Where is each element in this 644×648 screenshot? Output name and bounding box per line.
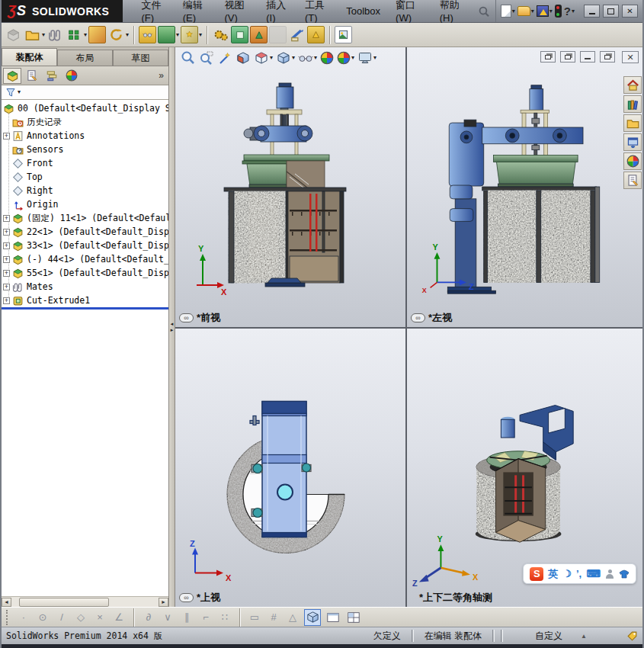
relation-pattern-button[interactable]: ∷ (217, 611, 232, 623)
expand-icon[interactable]: + (3, 133, 10, 140)
sketch-trim-button[interactable]: × (92, 611, 107, 623)
custom-toolbar-button[interactable]: 自定义 (527, 630, 570, 643)
custom-properties-button[interactable] (623, 172, 642, 189)
tree-item-right-plane[interactable]: Right (2, 184, 168, 197)
viewport-horizontal-splitter[interactable] (175, 327, 642, 329)
tree-item-annotations[interactable]: + Annotations (2, 129, 168, 143)
expand-icon[interactable]: + (3, 297, 10, 304)
tree-item-history[interactable]: 历史记录 (2, 115, 168, 129)
search-icon[interactable] (477, 4, 491, 19)
sketch-line-button[interactable]: / (54, 611, 69, 623)
configurationmanager-tab-button[interactable] (43, 68, 61, 84)
tree-item-mates[interactable]: + Mates (2, 280, 168, 294)
menu-edit[interactable]: 编辑(E) (175, 0, 217, 22)
scrollbar-thumb[interactable] (19, 598, 109, 607)
expand-icon[interactable]: + (3, 270, 10, 277)
displaymanager-tab-button[interactable] (62, 68, 81, 84)
file-explorer-button[interactable] (623, 114, 642, 132)
tree-item-front-plane[interactable]: Front (2, 156, 168, 170)
insert-component-button[interactable] (5, 26, 22, 43)
sketch-angle-button[interactable]: ∠ (111, 611, 127, 623)
doc-restore-button[interactable] (600, 51, 615, 63)
tree-item-cut-extrude[interactable]: + Cut-Extrude1 (2, 294, 168, 306)
move-component-button[interactable]: ▾ (107, 26, 129, 43)
view-settings-button[interactable]: ▾ (357, 50, 377, 66)
hide-show-items-button[interactable]: ▾ (297, 50, 318, 66)
ime-fullhalf-icon[interactable]: ☽ (562, 568, 572, 579)
ime-keyboard-icon[interactable]: ⌨ (586, 568, 601, 579)
single-viewport-button[interactable] (325, 609, 341, 626)
linear-pattern-button[interactable]: ▾ (66, 26, 87, 43)
measure-button[interactable] (288, 26, 306, 43)
tree-item-top-plane[interactable]: Top (2, 170, 168, 184)
doc-split-right-button[interactable] (560, 51, 575, 63)
instant3d-button[interactable] (269, 26, 287, 43)
propertymanager-tab-button[interactable] (23, 68, 41, 84)
four-viewport-button[interactable] (345, 609, 362, 626)
expand-icon[interactable]: + (3, 229, 10, 236)
ime-punctuation-icon[interactable]: ’, (576, 568, 582, 579)
expand-icon[interactable]: + (3, 256, 10, 263)
expand-icon[interactable]: + (3, 284, 10, 290)
design-library-button[interactable] (623, 95, 642, 113)
custom-caret-icon[interactable]: ▲ (581, 633, 587, 640)
view-orientation-button[interactable]: ▾ (253, 50, 274, 66)
menu-view[interactable]: 视图(V) (216, 0, 258, 22)
tree-item-sensors[interactable]: Sensors (2, 143, 168, 156)
ime-account-icon[interactable] (605, 569, 614, 579)
ime-language-button[interactable]: 英 (548, 567, 558, 581)
scroll-right-icon[interactable]: ► (159, 598, 168, 607)
tab-layout[interactable]: 布局 (57, 50, 113, 66)
menu-file[interactable]: 文件(F) (133, 0, 175, 22)
doc-minimize-button[interactable] (580, 51, 595, 63)
view-palette-button[interactable] (623, 133, 642, 151)
relation-coincident-button[interactable]: ∨ (160, 611, 175, 623)
exploded-view-button[interactable] (231, 26, 248, 43)
expand-right-icon[interactable]: ► (170, 328, 175, 332)
ime-logo-icon[interactable]: S (530, 567, 543, 581)
maximize-button[interactable] (603, 5, 619, 18)
panel-splitter[interactable]: ◄ ► (169, 47, 175, 607)
panel-horizontal-scrollbar[interactable]: ◄ ► (2, 596, 168, 607)
tree-item-assembly-root[interactable]: 00 (Default<Default_Display Sta (2, 101, 168, 115)
relation-perpendicular-button[interactable]: ⌐ (198, 611, 213, 623)
sketch-point-button[interactable]: · (16, 611, 31, 623)
open-part-button[interactable]: ▾ (24, 26, 45, 43)
ime-skin-icon[interactable] (619, 569, 630, 579)
tree-item-origin[interactable]: Origin (2, 197, 168, 211)
expand-icon[interactable]: + (3, 242, 10, 249)
open-document-button[interactable]: ▾ (517, 6, 534, 16)
tag-icon[interactable] (626, 630, 638, 642)
scroll-left-icon[interactable]: ◄ (2, 598, 11, 607)
motion-study-button[interactable] (212, 26, 229, 43)
viewport-front[interactable]: Y X ∞ *前视 (175, 47, 405, 327)
viewport-isometric[interactable]: Y X Z S 英 ☽ ’, ⌨ *上下二等角轴测 (407, 329, 642, 607)
tab-sketch[interactable]: 草图 (113, 50, 168, 66)
resources-home-button[interactable] (623, 76, 642, 94)
reference-geometry-button[interactable]: ▾ (181, 26, 202, 43)
triangle-tool-button[interactable]: △ (285, 611, 300, 623)
viewport-left[interactable]: Y Z X ∞ *左视 (407, 47, 642, 327)
tree-item-component-11[interactable]: + (固定) 11<1> (Default<Default (2, 211, 168, 225)
sketch-polygon-button[interactable]: ◇ (73, 611, 88, 623)
new-document-button[interactable]: ▾ (501, 5, 515, 18)
menu-help[interactable]: 帮助(H) (432, 0, 474, 22)
close-button[interactable]: ✕ (622, 5, 638, 18)
menu-insert[interactable]: 插入(I) (258, 0, 297, 22)
tree-item-component-22[interactable]: + 22<1> (Default<Default_Displa (2, 225, 168, 239)
zoom-area-button[interactable] (198, 50, 215, 66)
menu-tools[interactable]: 工具(T) (297, 0, 338, 22)
simulation-advisor-button[interactable] (307, 26, 325, 43)
menu-toolbox[interactable]: Toolbox (338, 0, 388, 22)
mate-button[interactable] (46, 26, 64, 43)
doc-split-left-button[interactable] (540, 51, 556, 63)
smart-fasteners-button[interactable] (88, 26, 106, 43)
assembly-features-button[interactable]: ▾ (158, 26, 179, 43)
doc-close-button[interactable]: ✕ (622, 51, 639, 63)
apply-scene-button[interactable]: ▾ (336, 50, 355, 66)
interference-detection-button[interactable] (250, 26, 268, 43)
tree-item-component-55[interactable]: + 55<1> (Default<Default_Displa (2, 266, 168, 280)
rebuild-button[interactable]: ▾ (537, 5, 553, 17)
relation-parallel-button[interactable]: ∥ (179, 611, 194, 623)
xpress-products-button[interactable] (555, 5, 562, 18)
